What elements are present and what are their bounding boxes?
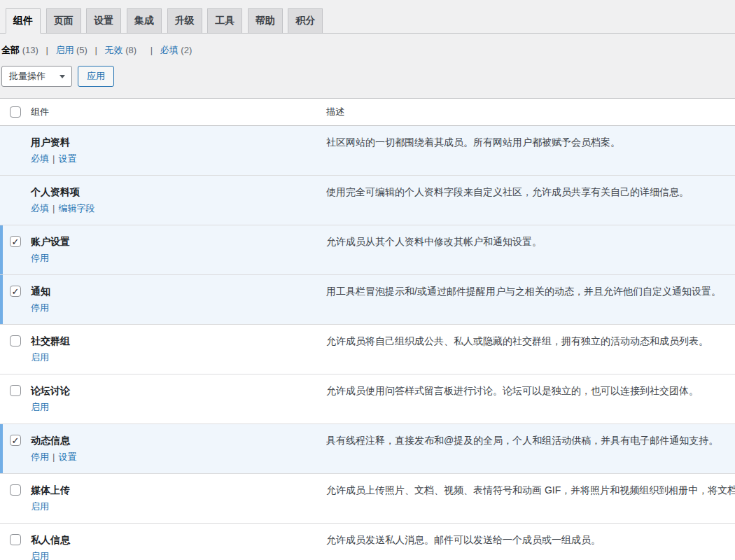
nav-tabs: 组件 页面 设置 集成 升级 工具 帮助 积分 bbox=[0, 8, 735, 34]
component-name: 私人信息 bbox=[31, 534, 326, 546]
component-action-link[interactable]: 启用 bbox=[31, 501, 49, 512]
components-table-body: 用户资料 必填|设置 社区网站的一切都围绕着其成员。所有网站用户都被赋予会员档案… bbox=[0, 126, 735, 560]
component-row: 用户资料 必填|设置 社区网站的一切都围绕着其成员。所有网站用户都被赋予会员档案… bbox=[0, 126, 735, 176]
component-action-link[interactable]: 停用 bbox=[31, 253, 49, 263]
component-checkbox[interactable] bbox=[10, 236, 21, 247]
component-row-actions: 停用 bbox=[31, 253, 326, 264]
component-action-link[interactable]: 启用 bbox=[31, 352, 49, 363]
component-checkbox[interactable] bbox=[10, 534, 21, 545]
component-name: 社交群组 bbox=[31, 335, 326, 347]
component-action-link[interactable]: 停用 bbox=[31, 302, 49, 313]
component-row-actions: 停用 bbox=[31, 302, 326, 314]
component-action-link-secondary[interactable]: 设置 bbox=[58, 153, 76, 164]
component-name: 个人资料项 bbox=[31, 186, 326, 198]
components-table: 组件 描述 用户资料 必填|设置 社区网站的一切都围绕着其成员。所有网站用户都被… bbox=[0, 98, 735, 560]
filter-disabled-count: (8) bbox=[125, 45, 136, 55]
filter-required[interactable]: 必填 bbox=[160, 45, 178, 55]
tab-settings[interactable]: 设置 bbox=[86, 8, 121, 34]
table-header-row: 组件 描述 bbox=[0, 99, 735, 126]
bulk-actions-bar: 批量操作 应用 bbox=[0, 57, 735, 98]
tab-pages[interactable]: 页面 bbox=[46, 8, 81, 34]
tab-components[interactable]: 组件 bbox=[6, 8, 41, 34]
component-filters: 全部 (13) | 启用 (5) | 无效 (8) | 必填 (2) bbox=[0, 34, 735, 57]
component-description: 社区网站的一切都围绕着其成员。所有网站用户都被赋予会员档案。 bbox=[326, 126, 735, 176]
component-description: 具有线程注释，直接发布和@提及的全局，个人和组活动供稿，并具有电子邮件通知支持。 bbox=[326, 424, 735, 474]
component-name: 论坛讨论 bbox=[31, 385, 326, 397]
component-name: 动态信息 bbox=[31, 435, 326, 447]
filter-separator: | bbox=[46, 45, 48, 55]
component-row: 通知 停用 用工具栏冒泡提示和/或通过邮件提醒用户与之相关的动态，并且允许他们自… bbox=[0, 275, 735, 325]
bulk-action-select[interactable]: 批量操作 bbox=[1, 66, 72, 87]
component-row: 社交群组 启用 允许成员将自己组织成公共、私人或隐藏的社交群组，拥有独立的活动动… bbox=[0, 325, 735, 374]
component-row-actions: 必填|编辑字段 bbox=[31, 203, 326, 214]
action-separator: | bbox=[52, 451, 55, 462]
component-action-link-secondary[interactable]: 编辑字段 bbox=[58, 203, 94, 214]
filter-enabled[interactable]: 启用 bbox=[55, 45, 74, 55]
component-action-link[interactable]: 必填 bbox=[31, 153, 49, 164]
component-action-link[interactable]: 启用 bbox=[31, 402, 49, 412]
component-description: 允许成员从其个人资料中修改其帐户和通知设置。 bbox=[326, 225, 735, 275]
component-row: 动态信息 停用|设置 具有线程注释，直接发布和@提及的全局，个人和组活动供稿，并… bbox=[0, 424, 735, 474]
bulk-action-selected-value: 批量操作 bbox=[9, 70, 46, 83]
component-description: 允许成员上传照片、文档、视频、表情符号和动画 GIF，并将照片和视频组织到相册中… bbox=[326, 474, 735, 524]
component-checkbox[interactable] bbox=[10, 385, 21, 396]
filter-enabled-count: (5) bbox=[76, 45, 88, 55]
apply-button[interactable]: 应用 bbox=[78, 66, 114, 87]
component-row: 个人资料项 必填|编辑字段 使用完全可编辑的个人资料字段来自定义社区，允许成员共… bbox=[0, 176, 735, 225]
tab-tools[interactable]: 工具 bbox=[207, 8, 242, 34]
component-action-link[interactable]: 必填 bbox=[31, 203, 49, 214]
select-all-checkbox[interactable] bbox=[10, 106, 21, 118]
component-row-actions: 停用|设置 bbox=[31, 451, 326, 463]
action-separator: | bbox=[52, 153, 55, 164]
component-name: 用户资料 bbox=[31, 136, 326, 148]
component-row-actions: 启用 bbox=[31, 501, 326, 512]
tab-help[interactable]: 帮助 bbox=[248, 8, 283, 34]
component-checkbox[interactable] bbox=[10, 435, 21, 446]
component-name: 通知 bbox=[31, 286, 326, 298]
column-header-component: 组件 bbox=[31, 99, 326, 126]
component-description: 允许成员使用问答样式留言板进行讨论。论坛可以是独立的，也可以连接到社交团体。 bbox=[326, 374, 735, 424]
component-action-link[interactable]: 启用 bbox=[31, 551, 49, 560]
component-name: 账户设置 bbox=[31, 236, 326, 248]
page-header-area: 组件 页面 设置 集成 升级 工具 帮助 积分 全部 (13) | 启用 (5)… bbox=[0, 0, 735, 98]
tab-points[interactable]: 积分 bbox=[288, 8, 323, 34]
action-separator: | bbox=[52, 203, 55, 214]
component-description: 使用完全可编辑的个人资料字段来自定义社区，允许成员共享有关自己的详细信息。 bbox=[326, 176, 735, 225]
component-action-link-secondary[interactable]: 设置 bbox=[58, 451, 76, 462]
filter-separator: | bbox=[95, 45, 97, 55]
filter-all-count: (13) bbox=[22, 45, 38, 55]
component-checkbox[interactable] bbox=[10, 484, 21, 496]
filter-required-count: (2) bbox=[181, 45, 192, 55]
component-checkbox[interactable] bbox=[10, 335, 21, 346]
component-row: 媒体上传 启用 允许成员上传照片、文档、视频、表情符号和动画 GIF，并将照片和… bbox=[0, 474, 735, 524]
column-header-description: 描述 bbox=[326, 99, 735, 126]
component-checkbox[interactable] bbox=[10, 286, 21, 297]
component-row: 私人信息 启用 允许成员发送私人消息。邮件可以发送给一个成员或一组成员。 bbox=[0, 524, 735, 560]
component-row: 论坛讨论 启用 允许成员使用问答样式留言板进行讨论。论坛可以是独立的，也可以连接… bbox=[0, 374, 735, 424]
tab-upgrade[interactable]: 升级 bbox=[167, 8, 202, 34]
chevron-down-icon bbox=[59, 75, 65, 78]
filter-separator: | bbox=[150, 45, 153, 55]
component-row-actions: 必填|设置 bbox=[31, 153, 326, 164]
components-settings-page: 组件 页面 设置 集成 升级 工具 帮助 积分 全部 (13) | 启用 (5)… bbox=[0, 0, 735, 560]
component-row: 账户设置 停用 允许成员从其个人资料中修改其帐户和通知设置。 bbox=[0, 225, 735, 275]
tab-integrations[interactable]: 集成 bbox=[127, 8, 162, 34]
component-description: 用工具栏冒泡提示和/或通过邮件提醒用户与之相关的动态，并且允许他们自定义通知设置… bbox=[326, 275, 735, 325]
component-action-link[interactable]: 停用 bbox=[31, 451, 49, 462]
component-description: 允许成员发送私人消息。邮件可以发送给一个成员或一组成员。 bbox=[326, 524, 735, 560]
component-row-actions: 启用 bbox=[31, 402, 326, 413]
component-name: 媒体上传 bbox=[31, 484, 326, 496]
component-row-actions: 启用 bbox=[31, 352, 326, 363]
filter-all[interactable]: 全部 bbox=[1, 45, 20, 55]
component-row-actions: 启用 bbox=[31, 551, 326, 560]
filter-disabled[interactable]: 无效 bbox=[105, 45, 123, 55]
component-description: 允许成员将自己组织成公共、私人或隐藏的社交群组，拥有独立的活动动态和成员列表。 bbox=[326, 325, 735, 374]
